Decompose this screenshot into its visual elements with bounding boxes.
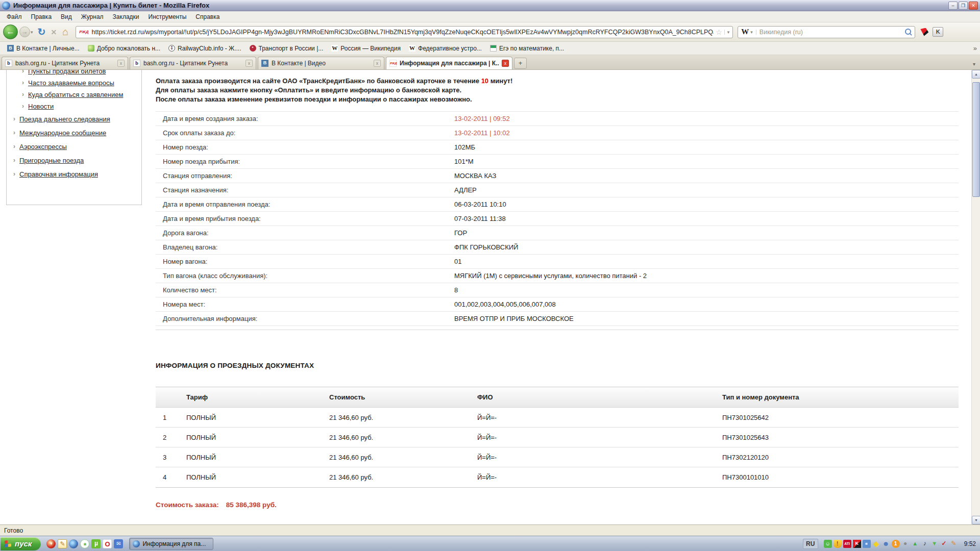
scheduler-icon[interactable]: ● <box>901 540 910 548</box>
search-input[interactable]: Википедия (ru) <box>760 29 905 36</box>
messenger-icon[interactable]: ◆ <box>872 540 880 548</box>
order-row-value: ФПК ГОРЬКОВСКИЙ <box>454 243 518 251</box>
language-indicator[interactable]: RU <box>803 539 818 549</box>
opera-icon[interactable]: O <box>103 539 112 548</box>
order-row: Дата и время отправления поезда: 06-03-2… <box>156 197 959 212</box>
search-engine-dropdown-icon[interactable]: ▾ <box>750 30 756 35</box>
kaspersky-icon[interactable]: K <box>853 540 861 548</box>
refresh-button[interactable]: ↻ <box>38 26 46 38</box>
menu-item[interactable]: Вид <box>56 12 77 22</box>
k-toolbar-button[interactable]: K <box>933 27 943 37</box>
bookmark-label: Федеративное устро... <box>418 45 482 52</box>
forward-button[interactable]: → <box>19 27 30 37</box>
sidebar-link[interactable]: › Пригородные поезда <box>7 154 141 167</box>
utorrent-icon[interactable]: µ <box>91 539 101 548</box>
home-button[interactable]: ⌂ <box>62 26 68 38</box>
url-dropdown-icon[interactable]: ▾ <box>724 30 730 35</box>
sidebar-link[interactable]: › Аэроэкспрессы <box>7 140 141 154</box>
menu-item[interactable]: Инструменты <box>144 12 191 22</box>
browser-tab[interactable]: b bash.org.ru - Цитатник Рунета x <box>130 57 256 69</box>
scrollbar-thumb[interactable] <box>972 82 980 197</box>
volume-icon[interactable]: ♪ <box>921 540 929 548</box>
icq-icon[interactable]: * <box>80 539 89 548</box>
order-row: Дата и время прибытия поезда: 07-03-2011… <box>156 212 959 226</box>
sidebar-link[interactable]: › Часто задаваемые вопросы <box>15 77 141 89</box>
tab-close-icon[interactable]: x <box>246 60 253 67</box>
bookmarks-overflow-icon[interactable]: » <box>973 44 977 52</box>
scroll-up-icon[interactable]: ▲ <box>972 70 980 79</box>
back-button[interactable]: ← <box>3 24 18 39</box>
draw-icon[interactable]: ✎ <box>950 540 958 548</box>
page-viewport: › Пункты продажи билетов › Часто задавае… <box>0 70 980 524</box>
close-button[interactable]: ✕ <box>969 2 978 10</box>
bookmark-item[interactable]: В В Контакте | Личные... <box>3 44 84 53</box>
bookmark-item[interactable]: * Транспорт в России |... <box>246 44 328 53</box>
eject-icon[interactable]: ▲ <box>911 540 919 548</box>
mail-icon[interactable]: ✉ <box>114 539 123 548</box>
stop-button[interactable]: ✕ <box>51 28 57 36</box>
user-status-icon[interactable]: ☻ <box>882 540 890 548</box>
bookmark-item[interactable]: Добро пожаловать н... <box>84 44 164 53</box>
notification-icon[interactable]: 1 <box>892 540 900 548</box>
order-total: Стоимость заказа:85 386,398 руб. <box>156 501 959 509</box>
order-row-label: Тип вагона (класс обслуживания): <box>156 272 454 280</box>
search-bar[interactable]: W ▾ Википедия (ru) <box>738 26 915 38</box>
menu-item[interactable]: Правка <box>27 12 57 22</box>
bookmark-star-icon[interactable]: ☆ <box>716 28 722 36</box>
qip-icon[interactable]: ☺ <box>824 540 832 548</box>
bookmark-item[interactable]: W Россия — Википедия <box>327 44 405 53</box>
ati-icon[interactable]: ATI <box>843 540 851 548</box>
notes-icon[interactable]: ✎ <box>58 539 67 548</box>
sidebar-link[interactable]: › Международное сообщение <box>7 126 141 140</box>
tab-title: Информация для пассажира | К... <box>400 60 499 67</box>
vertical-scrollbar[interactable]: ▲ ▼ <box>971 70 980 524</box>
sidebar-link-label: Международное сообщение <box>19 129 106 137</box>
bookmark-item[interactable]: Егэ по математике, п... <box>486 44 568 53</box>
document-row: 4 ПОЛНЫЙ 21 346,60 руб. Й=Й=- ПН73001010… <box>156 467 959 487</box>
sidebar-link[interactable]: › Справочная информация <box>7 167 141 181</box>
tab-close-icon[interactable]: x <box>117 60 125 67</box>
menu-item[interactable]: Журнал <box>77 12 108 22</box>
order-row-label: Станция назначения: <box>156 186 454 194</box>
minimize-button[interactable]: ‒ <box>948 2 958 10</box>
kaspersky-icon[interactable] <box>920 28 928 36</box>
doc-row-num: 4 <box>156 473 186 481</box>
download-master-icon[interactable]: ▼ <box>46 539 56 548</box>
sidebar-link[interactable]: › Пункты продажи билетов <box>15 70 141 77</box>
order-row-value: 06-03-2011 10:10 <box>454 201 506 208</box>
bookmark-label: Егэ по математике, п... <box>499 45 564 52</box>
browser-tab[interactable]: РЖД Информация для пассажира | К... x <box>386 57 512 69</box>
sidebar-link-label: Пригородные поезда <box>19 156 84 165</box>
sidebar-link[interactable]: › Поезда дальнего следования <box>7 112 141 126</box>
history-dropdown-icon[interactable]: ▾ <box>31 30 33 35</box>
search-icon[interactable] <box>905 29 912 35</box>
network-icon[interactable]: ■ <box>863 540 871 548</box>
menu-item[interactable]: Закладки <box>108 12 144 22</box>
browser-tab[interactable]: В В Контакте | Видео x <box>258 57 384 69</box>
tab-close-icon[interactable]: x <box>502 60 509 67</box>
url-bar[interactable]: РЖД https://ticket.rzd.ru/wps/myportal/!… <box>76 26 733 38</box>
sidebar-link[interactable]: › Новости <box>15 101 141 112</box>
list-all-tabs-icon[interactable]: ▾ <box>970 61 978 67</box>
search-engine-icon[interactable]: W <box>741 28 749 36</box>
start-button[interactable]: пуск <box>1 537 41 550</box>
browser-tab[interactable]: b bash.org.ru - Цитатник Рунета x <box>2 57 128 69</box>
scroll-down-icon[interactable]: ▼ <box>972 516 980 524</box>
url-input[interactable]: https://ticket.rzd.ru/wps/myportal/!ut/p… <box>92 29 714 36</box>
menu-item[interactable]: Файл <box>2 12 27 22</box>
tab-close-icon[interactable]: x <box>374 60 381 67</box>
sidebar-link-label: Часто задаваемые вопросы <box>28 79 114 87</box>
bookmark-item[interactable]: ‡ RailwayClub.info - Ж.... <box>164 44 245 53</box>
new-tab-button[interactable]: + <box>514 58 527 69</box>
update-icon[interactable]: ▼ <box>930 540 939 548</box>
security-shield-icon[interactable]: ! <box>834 540 842 548</box>
taskbar-window-button[interactable]: Информация для па... <box>129 538 213 550</box>
firefox-icon[interactable] <box>69 539 78 548</box>
antivirus-icon[interactable]: ✓ <box>940 540 948 548</box>
maximize-button[interactable]: ❐ <box>959 2 968 10</box>
navigation-toolbar: ← → ▾ ↻ ✕ ⌂ РЖД https://ticket.rzd.ru/wp… <box>0 22 980 42</box>
start-button-label: пуск <box>15 539 32 548</box>
bookmark-item[interactable]: W Федеративное устро... <box>405 44 486 53</box>
menu-item[interactable]: Справка <box>191 12 224 22</box>
sidebar-link[interactable]: › Куда обратиться с заявлением <box>15 89 141 101</box>
